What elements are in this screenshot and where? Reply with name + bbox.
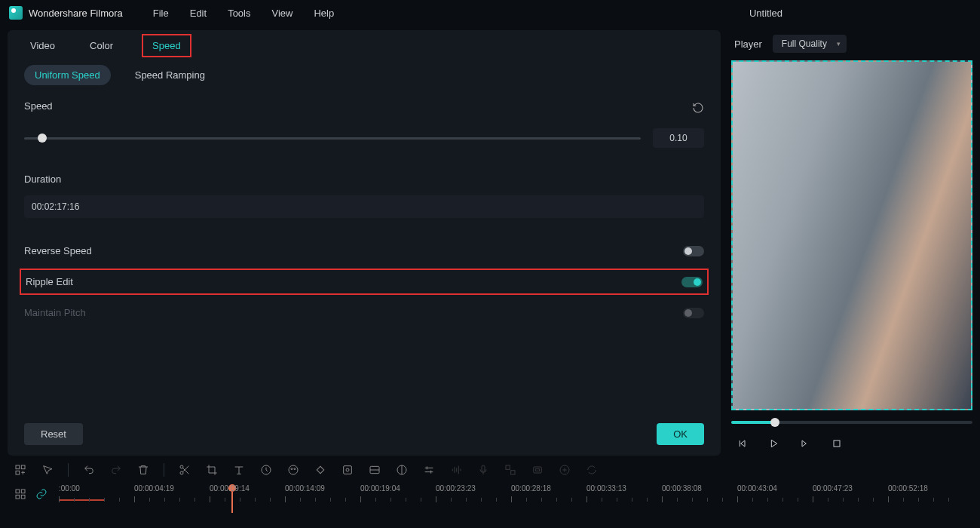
video-preview[interactable] xyxy=(731,60,972,410)
sync-icon[interactable] xyxy=(585,463,599,477)
svg-rect-18 xyxy=(534,467,542,473)
tab-color[interactable]: Color xyxy=(84,37,119,54)
delete-icon[interactable] xyxy=(136,463,150,477)
menu-edit[interactable]: Edit xyxy=(190,8,207,19)
audio-icon[interactable] xyxy=(449,463,463,477)
speed-slider-knob[interactable] xyxy=(38,134,47,143)
timecode-label: 00:00:19:04 xyxy=(360,484,400,493)
reset-speed-icon[interactable] xyxy=(692,102,704,116)
svg-rect-16 xyxy=(506,465,510,469)
svg-rect-17 xyxy=(511,471,515,474)
reset-button[interactable]: Reset xyxy=(24,423,83,445)
svg-rect-24 xyxy=(21,495,25,499)
svg-point-7 xyxy=(289,465,298,474)
tab-video[interactable]: Video xyxy=(24,37,61,54)
player-panel: Player Full Quality ▾ xyxy=(731,30,972,456)
render-icon[interactable] xyxy=(558,463,571,477)
add-media-icon[interactable] xyxy=(14,463,27,477)
svg-rect-2 xyxy=(21,465,25,469)
svg-rect-0 xyxy=(834,441,840,447)
timecode-label: 00:00:04:19 xyxy=(134,484,174,493)
prev-frame-button[interactable] xyxy=(734,436,749,451)
menu-file[interactable]: File xyxy=(153,8,169,19)
timeline-toolbar xyxy=(0,456,980,484)
timecode-label: 00:00:47:23 xyxy=(813,484,853,493)
maintain-pitch-toggle xyxy=(683,308,704,318)
detach-audio-icon[interactable] xyxy=(368,463,381,477)
track-options-icon[interactable] xyxy=(14,487,27,501)
svg-rect-19 xyxy=(535,469,539,471)
undo-icon[interactable] xyxy=(82,463,96,477)
ripple-edit-toggle[interactable] xyxy=(681,277,703,287)
menu-view[interactable]: View xyxy=(271,8,292,19)
scrubber-knob[interactable] xyxy=(770,418,779,427)
app-brand: Wondershare Filmora xyxy=(9,6,123,20)
ripple-edit-label: Ripple Edit xyxy=(26,276,73,287)
reverse-speed-toggle[interactable] xyxy=(683,246,704,256)
speed-value[interactable]: 0.10 xyxy=(653,128,704,148)
keyframe-icon[interactable] xyxy=(314,463,327,477)
svg-point-8 xyxy=(291,468,292,470)
play-pause-button[interactable] xyxy=(766,436,781,451)
timecode-label: 00:00:14:09 xyxy=(285,484,325,493)
timecode-label: :00:00 xyxy=(59,484,80,493)
duration-label: Duration xyxy=(24,173,704,185)
player-scrubber[interactable] xyxy=(731,421,972,424)
app-logo-icon xyxy=(9,6,23,20)
group-icon[interactable] xyxy=(504,463,517,477)
svg-rect-3 xyxy=(16,471,20,474)
svg-rect-23 xyxy=(16,495,20,499)
document-title: Untitled xyxy=(749,8,782,19)
subtab-speed-ramping[interactable]: Speed Ramping xyxy=(124,65,216,85)
app-name: Wondershare Filmora xyxy=(29,8,123,19)
player-label: Player xyxy=(734,38,762,50)
timecode-label: 00:00:28:18 xyxy=(511,484,551,493)
reverse-speed-label: Reverse Speed xyxy=(24,245,92,256)
subtab-uniform-speed[interactable]: Uniform Speed xyxy=(24,65,111,85)
speed-icon[interactable] xyxy=(259,463,273,477)
stop-button[interactable] xyxy=(829,436,844,451)
crop-icon[interactable] xyxy=(205,463,219,477)
svg-rect-21 xyxy=(16,490,20,493)
timecode-label: 00:00:33:13 xyxy=(586,484,626,493)
timecode-label: 00:00:52:18 xyxy=(888,484,928,493)
split-icon[interactable] xyxy=(178,463,191,477)
quality-value[interactable]: Full Quality xyxy=(773,35,847,53)
timecode-label: 00:00:23:23 xyxy=(436,484,476,493)
text-icon[interactable] xyxy=(232,463,246,477)
svg-point-9 xyxy=(294,468,296,470)
svg-point-12 xyxy=(346,468,349,471)
menu-help[interactable]: Help xyxy=(314,8,334,19)
cursor-icon[interactable] xyxy=(41,463,54,477)
tab-speed[interactable]: Speed xyxy=(142,34,191,57)
adjust-icon[interactable] xyxy=(422,463,436,477)
svg-rect-15 xyxy=(482,465,485,471)
svg-rect-11 xyxy=(344,466,352,474)
speed-slider[interactable] xyxy=(24,137,641,140)
svg-rect-22 xyxy=(21,490,25,493)
speed-label: Speed xyxy=(24,100,53,112)
timeline-ruler[interactable]: :00:0000:00:04:1900:00:09:1400:00:14:090… xyxy=(0,484,980,520)
timecode-label: 00:00:38:08 xyxy=(662,484,702,493)
duration-input[interactable] xyxy=(24,195,704,218)
link-icon[interactable] xyxy=(35,487,48,501)
redo-icon[interactable] xyxy=(109,463,123,477)
menu-tools[interactable]: Tools xyxy=(228,8,250,19)
svg-rect-10 xyxy=(317,466,323,473)
quality-dropdown[interactable]: Full Quality ▾ xyxy=(773,35,847,53)
next-frame-button[interactable] xyxy=(798,436,813,451)
properties-panel: Video Color Speed Uniform Speed Speed Ra… xyxy=(8,30,721,456)
svg-rect-1 xyxy=(16,465,20,469)
lock-icon[interactable] xyxy=(531,463,544,477)
color-icon[interactable] xyxy=(286,463,300,477)
maintain-pitch-label: Maintain Pitch xyxy=(24,307,86,318)
ok-button[interactable]: OK xyxy=(657,423,704,445)
voiceover-icon[interactable] xyxy=(476,463,490,477)
mask-icon[interactable] xyxy=(395,463,409,477)
timecode-label: 00:00:09:14 xyxy=(210,484,250,493)
timecode-label: 00:00:43:04 xyxy=(737,484,777,493)
greenscreen-icon[interactable] xyxy=(341,463,354,477)
